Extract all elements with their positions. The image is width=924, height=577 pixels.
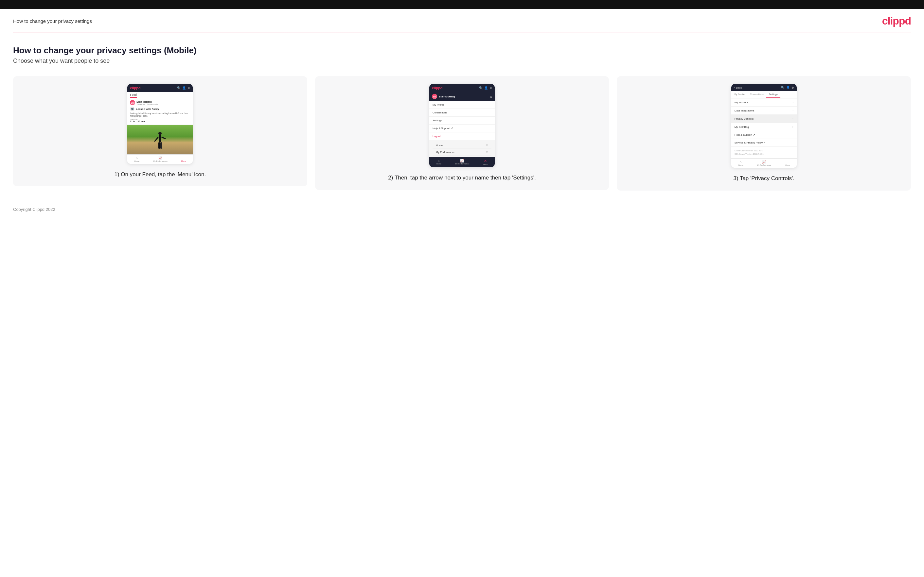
search-icon-2: 🔍 xyxy=(479,86,483,90)
header: How to change your privacy settings clip… xyxy=(0,9,924,27)
feed-avatar: BM xyxy=(130,100,135,105)
page-heading: How to change your privacy settings (Mob… xyxy=(13,45,911,56)
feed-duration: 01 hr : 30 min xyxy=(130,120,190,122)
profile-icon: 👤 xyxy=(182,86,186,90)
top-bar xyxy=(0,0,924,9)
settings-list: My Account › Data Integrations › Privacy… xyxy=(731,98,797,147)
menu-item-help: Help & Support ↗ xyxy=(429,124,495,132)
nav-menu-3-label: Menu xyxy=(785,164,790,166)
nav-dark-home-label: Home xyxy=(436,163,441,165)
svg-point-0 xyxy=(158,132,162,135)
phone-3-icons: 🔍 👤 ⊕ xyxy=(781,86,794,89)
home-icon-3: ⌂ xyxy=(740,160,741,164)
step-2-phone: clippd 🔍 👤 ⊕ BM Blair McHarg ∧ xyxy=(429,84,495,167)
feed-user-row: BM Blair McHarg Yesterday · Sunningdale xyxy=(130,100,190,105)
privacy-policy-label: Service & Privacy Policy ↗ xyxy=(735,141,766,144)
feed-tab-label: Feed xyxy=(130,93,137,98)
menu-section: Home ∨ My Performance ∨ xyxy=(429,140,495,157)
settings-data-integrations: Data Integrations › xyxy=(731,106,797,115)
nav-home-label: Home xyxy=(134,160,139,162)
svg-rect-5 xyxy=(160,142,162,149)
svg-line-3 xyxy=(162,137,165,139)
nav-dark-performance: 📈 My Performance xyxy=(455,159,469,165)
feed-lesson-desc: Looking to feel like my hands are exitin… xyxy=(130,112,190,118)
feed-lesson-title: Lesson with Fordy xyxy=(136,108,159,111)
golf-image xyxy=(127,125,193,154)
tab-my-profile: My Profile xyxy=(731,91,747,98)
menu-item-settings: Settings xyxy=(429,117,495,124)
menu-icon: ☰ xyxy=(182,156,185,160)
menu-item-connections: Connections xyxy=(429,109,495,117)
tab-connections: Connections xyxy=(747,91,766,98)
step-2-card: clippd 🔍 👤 ⊕ BM Blair McHarg ∧ xyxy=(315,76,609,190)
phone-2-logo: clippd xyxy=(432,86,443,90)
chevron-down-icon-2: ∨ xyxy=(486,150,488,154)
chevron-right-icon: › xyxy=(793,101,793,104)
nav-menu-3: ☰ Menu xyxy=(785,160,790,166)
step-3-card: < Back 🔍 👤 ⊕ My Profile Connections Sett… xyxy=(617,76,911,190)
settings-tabs: My Profile Connections Settings xyxy=(731,91,797,98)
settings-golf-bag: My Golf Bag › xyxy=(731,123,797,131)
search-icon: 🔍 xyxy=(177,86,181,90)
nav-performance: 📈 My Performance xyxy=(153,156,168,162)
menu-item-logout: Logout xyxy=(429,132,495,140)
version-line-2: GQL Server Version: 2022.7.30-1 xyxy=(735,153,793,156)
settings-privacy-policy: Service & Privacy Policy ↗ xyxy=(731,139,797,147)
svg-line-2 xyxy=(155,137,158,141)
phone-1-bottom-nav: ⌂ Home 📈 My Performance ☰ Menu xyxy=(127,154,193,164)
feed-username: Blair McHarg xyxy=(136,100,158,103)
nav-menu-label: Menu xyxy=(181,160,186,162)
menu-user-left: BM Blair McHarg xyxy=(432,94,455,99)
menu-item-profile: My Profile xyxy=(429,101,495,109)
home-icon: ⌂ xyxy=(136,156,138,160)
main-content: How to change your privacy settings (Mob… xyxy=(0,32,924,200)
back-button: < Back xyxy=(734,86,742,89)
profile-icon-3: 👤 xyxy=(786,86,790,89)
step-1-phone: clippd 🔍 👤 ⊕ Feed BM Blair xyxy=(127,84,193,164)
performance-icon-2: 📈 xyxy=(460,159,464,163)
svg-rect-1 xyxy=(159,135,161,142)
nav-performance-3: 📈 My Performance xyxy=(757,160,771,166)
feed-post: BM Blair McHarg Yesterday · Sunningdale … xyxy=(127,98,193,125)
menu-username: Blair McHarg xyxy=(439,95,455,98)
phone-2-bottom-nav: ⌂ Home 📈 My Performance ✕ Menu xyxy=(429,157,495,167)
menu-profile-label: My Profile xyxy=(433,103,444,106)
nav-dark-perf-label: My Performance xyxy=(455,163,469,165)
tab-settings: Settings xyxy=(766,91,780,98)
lesson-icon: 📹 xyxy=(130,106,134,111)
golfer-silhouette xyxy=(153,131,166,154)
header-title: How to change your privacy settings xyxy=(13,18,92,24)
steps-container: clippd 🔍 👤 ⊕ Feed BM Blair xyxy=(13,76,911,190)
settings-my-account: My Account › xyxy=(731,98,797,106)
my-account-label: My Account xyxy=(735,101,748,104)
menu-section-home: Home ∨ xyxy=(433,142,491,149)
data-integrations-label: Data Integrations xyxy=(735,109,754,112)
settings-icon: ⊕ xyxy=(187,86,190,90)
phone-2-header: clippd 🔍 👤 ⊕ xyxy=(429,84,495,92)
menu-logout-label: Logout xyxy=(433,135,440,138)
phone-3-bottom-nav: ⌂ Home 📈 My Performance ☰ Menu xyxy=(731,158,797,168)
performance-icon-3: 📈 xyxy=(762,160,766,164)
nav-dark-home: ⌂ Home xyxy=(436,159,441,165)
nav-perf-3-label: My Performance xyxy=(757,164,771,166)
phone-1-header: clippd 🔍 👤 ⊕ xyxy=(127,84,193,92)
settings-version: Clippd Client Version: 2022.8.3-3 GQL Se… xyxy=(731,147,797,158)
footer: Copyright Clippd 2022 xyxy=(0,200,924,218)
logo: clippd xyxy=(882,15,911,27)
nav-menu: ☰ Menu xyxy=(181,156,186,162)
menu-user-row: BM Blair McHarg ∧ xyxy=(429,92,495,101)
nav-dark-close-label: Menu xyxy=(483,163,488,165)
phone-2-icons: 🔍 👤 ⊕ xyxy=(479,86,492,90)
chevron-right-icon-3: › xyxy=(793,117,793,120)
feed-user-info: Blair McHarg Yesterday · Sunningdale xyxy=(136,100,158,105)
chevron-right-icon-2: › xyxy=(793,109,793,112)
settings-privacy-controls: Privacy Controls › xyxy=(731,115,797,123)
chevron-down-icon: ∨ xyxy=(486,143,488,147)
phone-1-logo: clippd xyxy=(130,86,141,90)
menu-items: My Profile Connections Settings Help & S… xyxy=(429,101,495,140)
section-performance-label: My Performance xyxy=(436,151,455,154)
page-subheading: Choose what you want people to see xyxy=(13,58,911,64)
menu-settings-label: Settings xyxy=(433,119,442,122)
copyright-text: Copyright Clippd 2022 xyxy=(13,207,55,212)
settings-icon-2: ⊕ xyxy=(489,86,492,90)
